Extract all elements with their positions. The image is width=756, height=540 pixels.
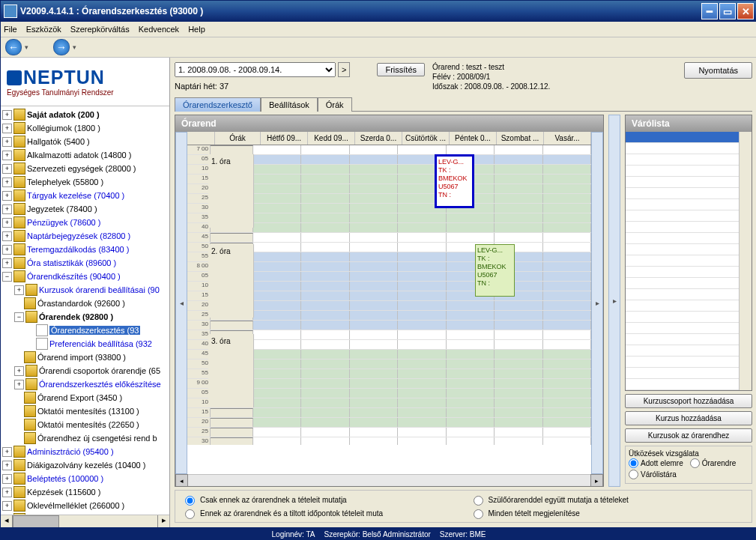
tree-node[interactable]: +Jegyzetek (78400 ) xyxy=(2,202,168,216)
tree-node[interactable]: +Tárgyak kezelése (70400 ) xyxy=(2,189,168,202)
tree-node[interactable]: +Órarendszerkesztés előkészítése xyxy=(2,377,168,391)
tree-node[interactable]: Órarendszerkesztés (93 xyxy=(2,324,168,337)
conflict-radio-schedule[interactable] xyxy=(690,458,700,468)
conflict-radio-element[interactable] xyxy=(629,458,638,468)
col-time[interactable] xyxy=(187,132,215,145)
tab-row: Órarendszerkesztő Beállítások Órák xyxy=(175,94,752,112)
tree-node[interactable]: +Oklevélmelléklet (266000 ) xyxy=(2,499,168,512)
waitlist-body[interactable] xyxy=(626,132,739,390)
menu-eszkozok[interactable]: Eszközök xyxy=(26,25,61,34)
back-history-dropdown[interactable]: ▾ xyxy=(25,43,32,51)
display-options: Csak ennek az órarendnek a tételeit muta… xyxy=(175,490,752,523)
scroll-left-button[interactable]: ◂ xyxy=(175,132,187,474)
forward-history-dropdown[interactable]: ▾ xyxy=(73,43,80,51)
col-pentek[interactable]: Péntek 0... xyxy=(450,132,497,145)
add-group-button[interactable]: Kurzuscsoport hozzáadása xyxy=(625,394,752,408)
add-course-button[interactable]: Kurzus hozzáadása xyxy=(625,411,752,425)
nav-tree[interactable]: +Saját adatok (200 )+Kollégiumok (1800 )… xyxy=(1,106,169,515)
conflict-title: Ütközések vizsgálata xyxy=(629,449,749,458)
status-server: Szerver: BME xyxy=(440,530,486,539)
col-csutortok[interactable]: Csütörtök ... xyxy=(402,132,450,145)
lesson-block-1[interactable]: LEV-G... TK : BMEKOK U5067 TN : xyxy=(435,154,474,208)
period-selector: 1. 2008.09.08. - 2008.09.14. > Frissítés… xyxy=(175,62,425,91)
courses-to-schedule-button[interactable]: Kurzusok az órarendhez xyxy=(625,428,752,443)
col-vasarnap[interactable]: Vasár... xyxy=(544,132,591,145)
grid-header: Órák Hétfő 09... Kedd 09... Szerda 0... … xyxy=(187,132,591,145)
right-pane: Várólista xyxy=(625,115,752,487)
tree-node[interactable]: +Pénzügyek (78600 ) xyxy=(2,216,168,229)
conflict-radio-waitlist[interactable] xyxy=(629,470,638,479)
tree-node[interactable]: +Képzések (115600 ) xyxy=(2,485,168,499)
tree-node[interactable]: +Teremgazdálkodás (83400 ) xyxy=(2,243,168,256)
col-kedd[interactable]: Kedd 09... xyxy=(308,132,355,145)
tree-node[interactable]: Órarendhez új csengetési rend b xyxy=(2,431,168,445)
tree-node[interactable]: +Naptárbejegyzések (82800 ) xyxy=(2,229,168,243)
print-button[interactable]: Nyomtatás xyxy=(684,62,752,79)
menu-help[interactable]: Help xyxy=(188,25,205,34)
hour-label-3: 3. óra xyxy=(208,334,254,407)
menu-file[interactable]: File xyxy=(4,25,17,34)
tree-node[interactable]: +Óra statisztikák (89600 ) xyxy=(2,256,168,270)
calendar-week-label: Naptári hét: 37 xyxy=(175,82,425,91)
col-orak[interactable]: Órák xyxy=(215,132,261,145)
tree-node[interactable]: Oktatói mentesítés (22650 ) xyxy=(2,418,168,431)
tree-node[interactable]: −Órarendkészítés (90400 ) xyxy=(2,270,168,283)
close-button[interactable]: ✕ xyxy=(737,3,754,19)
logo: NEPTUN Egységes Tanulmányi Rendszer xyxy=(1,58,169,106)
tree-node[interactable]: Órarend import (93800 ) xyxy=(2,351,168,364)
col-szerda[interactable]: Szerda 0... xyxy=(355,132,402,145)
opt-show-all[interactable] xyxy=(474,509,483,519)
back-button[interactable]: ← xyxy=(5,39,22,55)
minimize-button[interactable]: ━ xyxy=(701,3,718,19)
tree-node[interactable]: +Szervezeti egységek (28000 ) xyxy=(2,162,168,175)
opt-own-only[interactable] xyxy=(185,496,195,506)
opt-with-parent[interactable] xyxy=(474,496,483,506)
info-felev: Félév : 2008/09/1 xyxy=(432,72,550,82)
tree-node[interactable]: +Beléptetés (100000 ) xyxy=(2,472,168,485)
tree-node[interactable]: +Telephelyek (55800 ) xyxy=(2,175,168,189)
col-hetfo[interactable]: Hétfő 09... xyxy=(261,132,308,145)
hour-label-1: 1. óra xyxy=(208,154,254,228)
tree-node[interactable]: +Hallgatók (5400 ) xyxy=(2,135,168,148)
period-select[interactable]: 1. 2008.09.08. - 2008.09.14. xyxy=(175,62,336,77)
logo-subtitle: Egységes Tanulmányi Rendszer xyxy=(7,88,163,97)
menu-kedvencek[interactable]: Kedvencek xyxy=(139,25,179,34)
menu-szerepkor[interactable]: Szerepkörváltás xyxy=(70,25,130,34)
period-go-button[interactable]: > xyxy=(338,62,350,77)
refresh-button[interactable]: Frissítés xyxy=(377,63,425,76)
tree-node[interactable]: +Adminisztráció (95400 ) xyxy=(2,445,168,458)
tree-node[interactable]: +Kurzusok órarendi beállításai (90 xyxy=(2,283,168,297)
nav-toolbar: ← ▾ → ▾ xyxy=(1,37,756,58)
tree-node[interactable]: +Kollégiumok (1800 ) xyxy=(2,121,168,135)
tree-node[interactable]: Oktatói mentesítés (13100 ) xyxy=(2,404,168,418)
sidebar-hscroll[interactable]: ◂▸ xyxy=(1,515,169,527)
maximize-button[interactable]: ▭ xyxy=(719,3,736,19)
sidebar: NEPTUN Egységes Tanulmányi Rendszer +Saj… xyxy=(1,58,170,527)
status-login: Loginnév: TA xyxy=(272,530,315,539)
grid-hscroll[interactable]: ◂▸ xyxy=(175,474,603,486)
waitlist-row-selected[interactable] xyxy=(626,132,739,143)
tab-orarendszerkeszto[interactable]: Órarendszerkesztő xyxy=(175,97,261,112)
forward-button[interactable]: → xyxy=(53,39,70,55)
waitlist-vscroll[interactable] xyxy=(739,132,752,390)
tree-node[interactable]: Preferenciák beállítása (932 xyxy=(2,337,168,351)
tree-node[interactable]: +Alkalmazotti adatok (14800 ) xyxy=(2,148,168,162)
col-szombat[interactable]: Szombat ... xyxy=(497,132,544,145)
tab-orak[interactable]: Órák xyxy=(318,97,352,112)
scroll-right-button[interactable]: ▸ xyxy=(591,132,603,474)
tree-node[interactable]: +Saját adatok (200 ) xyxy=(2,108,168,121)
tree-node[interactable]: +Órarendi csoportok órarendje (65 xyxy=(2,364,168,377)
tree-node[interactable]: Órarend Export (3450 ) xyxy=(2,391,168,404)
lesson-block-2[interactable]: LEV-G... TK : BMEKOK U5067 TN : xyxy=(475,244,515,297)
app-icon xyxy=(4,4,17,18)
tab-beallitasok[interactable]: Beállítások xyxy=(261,97,318,112)
pane-splitter[interactable]: ▸ xyxy=(608,115,620,487)
waitlist-pane: Várólista xyxy=(625,115,752,391)
titlebar: V2009.4.14.1 : Órarendszerkesztés (93000… xyxy=(1,1,756,22)
statusbar: Loginnév: TA Szerepkör: Belső Adminisztr… xyxy=(1,527,756,540)
opt-with-blocked[interactable] xyxy=(185,509,195,519)
tree-node[interactable]: Órastandardok (92600 ) xyxy=(2,297,168,310)
main-area: 1. 2008.09.08. - 2008.09.14. > Frissítés… xyxy=(170,58,756,527)
tree-node[interactable]: −Órarendek (92800 ) xyxy=(2,310,168,324)
tree-node[interactable]: +Diákigazolvány kezelés (10400 ) xyxy=(2,458,168,472)
